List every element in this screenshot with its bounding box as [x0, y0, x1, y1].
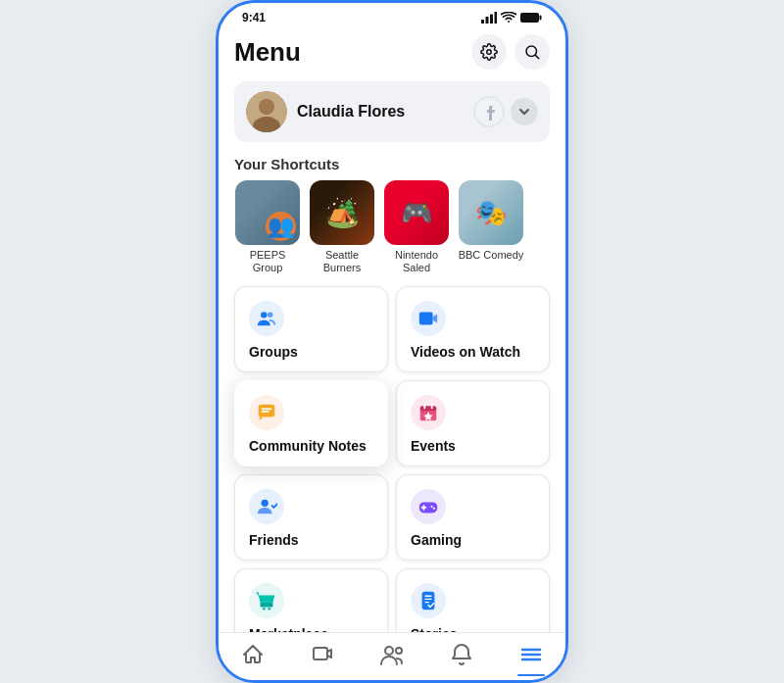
settings-button[interactable]: [471, 34, 507, 70]
shortcut-bbc[interactable]: BBC Comedy: [458, 180, 524, 274]
status-bar: 9:41: [219, 3, 565, 24]
nav-menu[interactable]: [508, 639, 555, 670]
nav-active-indicator: [517, 674, 545, 676]
bell-icon: [450, 643, 473, 666]
svg-rect-14: [259, 405, 275, 417]
svg-rect-5: [540, 16, 542, 21]
shortcut-peeps[interactable]: PEEPS Group: [234, 180, 301, 274]
svg-rect-3: [495, 12, 498, 24]
svg-rect-1: [486, 17, 489, 24]
shortcut-seattle[interactable]: Seattle Burners: [309, 180, 375, 274]
svg-rect-0: [481, 20, 484, 24]
page-title: Menu: [234, 37, 301, 68]
profile-name: Claudia Flores: [297, 103, 464, 121]
events-icon: [411, 395, 446, 430]
fb-logo-icon: [473, 96, 505, 127]
header-icons: [471, 34, 550, 70]
marketplace-icon: [249, 583, 284, 618]
profile-right: [473, 96, 538, 127]
shortcut-thumb-bbc: [459, 180, 523, 245]
shortcut-label-bbc: BBC Comedy: [459, 249, 524, 262]
header: Menu: [219, 24, 565, 75]
avatar-image: [246, 91, 287, 132]
shortcut-thumb-nintendo: [384, 180, 449, 245]
events-label: Events: [411, 438, 535, 454]
search-icon: [523, 43, 541, 61]
home-icon: [241, 643, 265, 666]
gear-icon: [480, 43, 498, 61]
svg-point-32: [396, 648, 402, 654]
nav-notifications[interactable]: [438, 639, 485, 670]
svg-point-18: [262, 500, 269, 507]
profile-row[interactable]: Claudia Flores: [234, 81, 550, 142]
nav-people[interactable]: [368, 639, 416, 670]
svg-point-22: [431, 506, 433, 508]
groups-icon: [249, 301, 284, 336]
svg-point-8: [259, 99, 274, 115]
videos-icon: [411, 301, 446, 336]
shortcuts-section: Your Shortcuts PEEPS Group Seattle Burne…: [219, 148, 565, 278]
svg-point-11: [261, 313, 267, 318]
svg-rect-16: [420, 407, 437, 412]
groups-label: Groups: [249, 344, 373, 360]
shortcut-label-seattle: Seattle Burners: [309, 249, 375, 274]
videos-label: Videos on Watch: [411, 344, 535, 360]
svg-rect-27: [424, 596, 431, 597]
svg-rect-26: [422, 592, 435, 610]
time: 9:41: [242, 11, 266, 24]
people-icon: [379, 643, 405, 666]
chevron-down-icon: [518, 106, 530, 118]
shortcut-thumb-peeps: [235, 180, 300, 245]
svg-point-23: [433, 508, 435, 510]
friends-label: Friends: [249, 532, 373, 548]
menu-item-videos[interactable]: Videos on Watch: [396, 286, 550, 372]
wifi-icon: [501, 12, 516, 24]
shortcut-label-nintendo: Nintendo Saled: [383, 249, 450, 274]
svg-rect-28: [424, 599, 431, 600]
shortcuts-label: Your Shortcuts: [234, 156, 550, 172]
shortcut-thumb-seattle: [310, 180, 374, 245]
svg-rect-30: [314, 648, 327, 659]
menu-item-gaming[interactable]: Gaming: [396, 474, 550, 561]
bottom-nav: [219, 632, 565, 680]
watch-icon: [311, 643, 334, 666]
community-label: Community Notes: [249, 438, 373, 454]
nav-home[interactable]: [229, 639, 276, 670]
menu-grid: Groups Videos on Watch: [219, 278, 565, 632]
gaming-label: Gaming: [411, 532, 535, 548]
profile-chevron-button[interactable]: [511, 98, 538, 125]
shortcut-label-peeps: PEEPS Group: [234, 249, 301, 274]
menu-item-community[interactable]: Community Notes: [234, 380, 388, 466]
svg-point-25: [268, 608, 270, 610]
avatar: [246, 91, 287, 132]
scroll-content: Menu: [219, 24, 565, 632]
menu-item-events[interactable]: Events: [396, 380, 550, 466]
svg-point-24: [263, 608, 266, 610]
signal-icon: [481, 12, 497, 24]
svg-point-12: [268, 313, 273, 318]
svg-rect-29: [424, 602, 429, 603]
menu-icon: [519, 643, 543, 666]
svg-point-31: [385, 647, 393, 655]
search-button[interactable]: [514, 34, 550, 70]
menu-item-marketplace[interactable]: Marketplace: [234, 568, 388, 632]
menu-item-stories[interactable]: Stories: [396, 568, 550, 632]
community-icon: [249, 395, 284, 430]
status-icons: [481, 12, 542, 24]
phone-frame: 9:41 Menu: [216, 0, 568, 683]
shortcuts-grid: PEEPS Group Seattle Burners Nintendo Sal…: [234, 180, 550, 274]
battery-icon: [520, 12, 542, 24]
menu-item-friends[interactable]: Friends: [234, 474, 388, 561]
friends-icon: [249, 489, 284, 524]
menu-item-groups[interactable]: Groups: [234, 286, 388, 372]
gaming-icon: [411, 489, 446, 524]
svg-rect-13: [419, 313, 433, 325]
svg-rect-4: [520, 13, 539, 23]
stories-icon: [411, 583, 446, 618]
nav-watch[interactable]: [299, 639, 346, 670]
shortcut-nintendo[interactable]: Nintendo Saled: [383, 180, 450, 274]
svg-rect-2: [490, 15, 493, 24]
